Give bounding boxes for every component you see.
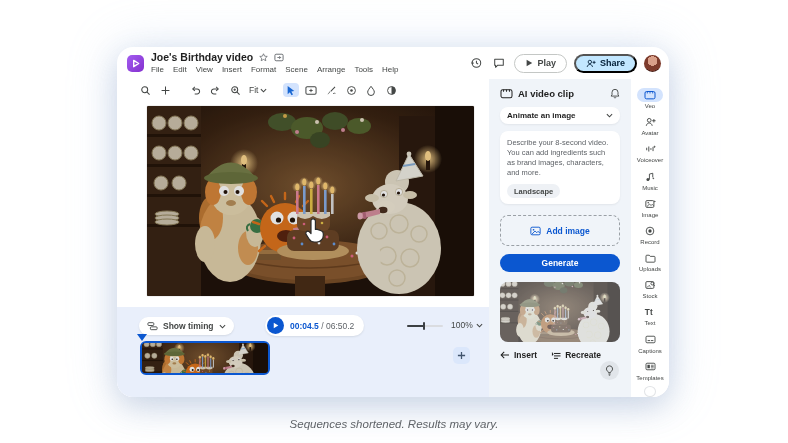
canvas-area [117, 101, 489, 307]
fit-label: Fit [249, 85, 258, 95]
recreate-button[interactable]: Recreate [551, 350, 601, 360]
adjust-contrast-icon[interactable] [383, 83, 399, 97]
sidebar-label: Veo [645, 103, 655, 109]
recreate-icon [551, 351, 561, 360]
sidebar-item-captions[interactable]: Captions [631, 330, 669, 357]
play-button-label: Play [537, 58, 556, 68]
timeline-clip-thumbnail[interactable] [140, 341, 270, 375]
comment-icon[interactable] [491, 55, 507, 71]
recreate-label: Recreate [565, 350, 601, 360]
account-avatar[interactable] [644, 55, 661, 72]
show-timing-label: Show timing [163, 321, 214, 331]
tips-lightbulb-button[interactable] [600, 361, 619, 380]
add-scene-button[interactable] [453, 347, 470, 364]
timecode-current: 00:04.5 [290, 321, 319, 331]
timeline-zoom-slider[interactable] [407, 325, 443, 327]
sidebar-label: Record [640, 239, 659, 245]
hand-cursor-icon [302, 218, 326, 245]
editor-area: Fit [117, 79, 489, 397]
zoom-in-icon[interactable] [227, 83, 243, 97]
text-box-icon[interactable] [303, 83, 319, 97]
notifications-bell-icon[interactable] [610, 88, 620, 99]
menu-view[interactable]: View [196, 65, 213, 74]
play-button[interactable]: Play [514, 54, 567, 73]
disclaimer-caption: Sequences shortened. Results may vary. [0, 418, 788, 430]
stock-media-icon [637, 278, 663, 292]
select-tool-icon[interactable] [283, 83, 299, 97]
voiceover-icon [637, 142, 663, 156]
sidebar-label: Image [642, 212, 659, 218]
sidebar-item-image[interactable]: Image [631, 194, 669, 221]
sidebar-item-uploads[interactable]: Uploads [631, 248, 669, 275]
menu-edit[interactable]: Edit [173, 65, 187, 74]
sidebar-label: Captions [638, 348, 662, 354]
sidebar-item-stock[interactable]: Stock [631, 275, 669, 302]
timeline-play-button[interactable] [267, 317, 284, 334]
vids-logo[interactable] [127, 55, 144, 72]
timeline-area: Show timing 00:04.5 / 06:50.2 [117, 307, 489, 397]
music-icon [637, 170, 663, 184]
menu-file[interactable]: File [151, 65, 164, 74]
svg-text:Tt: Tt [644, 308, 652, 317]
sidebar-item-text[interactable]: Tt Text [631, 302, 669, 329]
aspect-ratio-chip[interactable]: Landscape [507, 184, 560, 198]
menu-insert[interactable]: Insert [222, 65, 242, 74]
sidebar-item-record[interactable]: Record [631, 221, 669, 248]
star-icon[interactable] [259, 53, 268, 62]
sidebar-item-veo[interactable]: Veo [631, 85, 669, 112]
zoom-level-label: 100% [451, 320, 473, 330]
mode-dropdown[interactable]: Animate an image [500, 107, 620, 124]
sidebar-label: Avatar [641, 130, 658, 136]
redo-icon[interactable] [207, 83, 223, 97]
menu-arrange[interactable]: Arrange [317, 65, 345, 74]
menu-help[interactable]: Help [382, 65, 398, 74]
undo-icon[interactable] [187, 83, 203, 97]
insert-label: Insert [514, 350, 537, 360]
templates-icon [637, 360, 663, 374]
app-window: Joe's Birthday video File Edit View Inse… [117, 47, 669, 397]
generated-preview[interactable] [500, 282, 620, 342]
sidebar-item-music[interactable]: Music [631, 167, 669, 194]
sidebar-item-templates[interactable]: Templates [631, 357, 669, 384]
generate-button[interactable]: Generate [500, 254, 620, 272]
chevron-down-icon [219, 324, 226, 329]
sidebar-item-voiceover[interactable]: Voiceover [631, 139, 669, 166]
document-title[interactable]: Joe's Birthday video [151, 52, 253, 63]
insert-button[interactable]: Insert [500, 350, 537, 360]
menu-format[interactable]: Format [251, 65, 276, 74]
window-header: Joe's Birthday video File Edit View Inse… [117, 47, 669, 79]
add-image-button[interactable]: Add image [500, 215, 620, 246]
prompt-input[interactable]: Describe your 8-second video. You can ad… [500, 131, 620, 204]
video-canvas[interactable] [147, 106, 474, 296]
search-icon[interactable] [137, 83, 153, 97]
show-timing-button[interactable]: Show timing [139, 317, 234, 335]
timecode-separator: / [319, 321, 326, 331]
menu-tools[interactable]: Tools [354, 65, 373, 74]
sidebar-label: Stock [642, 293, 657, 299]
fit-zoom-dropdown[interactable]: Fit [247, 85, 269, 95]
playback-control: 00:04.5 / 06:50.2 [265, 315, 364, 336]
generate-label: Generate [542, 258, 579, 268]
prompt-placeholder: Describe your 8-second video. You can ad… [507, 138, 613, 178]
playhead-marker[interactable] [137, 334, 147, 341]
add-icon[interactable] [157, 83, 173, 97]
veo-icon [637, 88, 663, 102]
image-icon [530, 226, 541, 236]
image-ai-icon [637, 197, 663, 211]
move-to-folder-icon[interactable] [274, 53, 284, 62]
insert-sidebar: Veo Avatar Voiceover [631, 79, 669, 397]
zoom-level-dropdown[interactable]: 100% [451, 320, 483, 330]
menu-bar: File Edit View Insert Format Scene Arran… [151, 65, 399, 74]
chevron-down-icon [606, 113, 613, 118]
sidebar-label: Templates [636, 375, 663, 381]
toolbar: Fit [117, 79, 489, 101]
menu-scene[interactable]: Scene [285, 65, 308, 74]
share-button[interactable]: Share [574, 54, 637, 73]
laser-pointer-icon[interactable] [323, 83, 339, 97]
sidebar-item-avatar[interactable]: Avatar [631, 112, 669, 139]
slider-handle[interactable] [423, 322, 425, 330]
color-droplet-icon[interactable] [363, 83, 379, 97]
shapes-icon[interactable] [343, 83, 359, 97]
version-history-icon[interactable] [468, 55, 484, 71]
avatar-icon [637, 115, 663, 129]
